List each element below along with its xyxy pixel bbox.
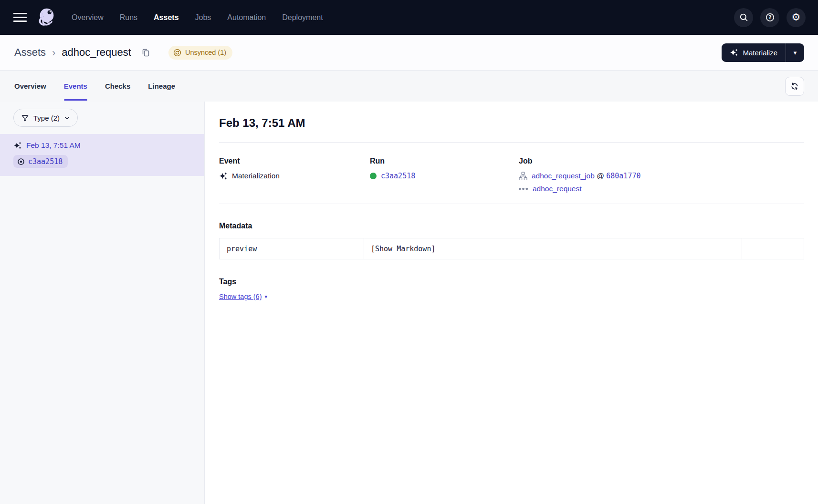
search-button[interactable] bbox=[734, 8, 753, 27]
event-column-label: Event bbox=[219, 156, 370, 166]
filter-funnel-icon bbox=[21, 114, 29, 122]
materialization-sparkle-icon bbox=[13, 141, 22, 150]
event-list-sidebar: Type (2) Feb 13, 7:51 AM c bbox=[0, 102, 205, 504]
copy-asset-name-button[interactable] bbox=[141, 48, 150, 57]
navbar-actions: ? ⚙ bbox=[734, 8, 806, 27]
show-tags-link[interactable]: Show tags (6) ▾ bbox=[219, 293, 267, 300]
event-detail-heading: Feb 13, 7:51 AM bbox=[219, 116, 804, 130]
gear-icon: ⚙ bbox=[792, 12, 801, 22]
tab-overview[interactable]: Overview bbox=[14, 71, 46, 102]
metadata-row: preview [Show Markdown] bbox=[220, 238, 804, 259]
job-link-line: adhoc_request_job @ 680a1770 bbox=[532, 172, 640, 180]
run-column-label: Run bbox=[370, 156, 519, 166]
page-header: Assets › adhoc_request Unsynced (1) M bbox=[0, 35, 818, 70]
search-icon bbox=[739, 13, 748, 22]
tags-section-title: Tags bbox=[219, 277, 804, 287]
content-area: Type (2) Feb 13, 7:51 AM c bbox=[0, 102, 818, 504]
divider bbox=[219, 204, 804, 204]
menu-icon[interactable] bbox=[12, 11, 28, 24]
breadcrumb-assets-link[interactable]: Assets bbox=[14, 46, 46, 59]
job-at-separator: @ bbox=[597, 172, 604, 180]
job-graph-icon bbox=[519, 172, 527, 180]
asset-key-row: adhoc_request bbox=[519, 185, 804, 193]
event-info-grid: Event Materialization Run c3aa2518 bbox=[219, 156, 804, 193]
job-version-link[interactable]: 680a1770 bbox=[606, 172, 640, 180]
run-id-link[interactable]: c3aa2518 bbox=[381, 172, 415, 180]
nav-item-runs[interactable]: Runs bbox=[120, 13, 137, 22]
asset-tabs: Overview Events Checks Lineage bbox=[0, 70, 818, 102]
materialize-button[interactable]: Materialize bbox=[722, 43, 786, 62]
event-timestamp-row: Feb 13, 7:51 AM bbox=[13, 141, 191, 150]
chevron-right-icon: › bbox=[52, 46, 55, 59]
event-type-value: Materialization bbox=[232, 172, 280, 180]
refresh-button[interactable] bbox=[785, 77, 804, 96]
primary-nav: Overview Runs Assets Jobs Automation Dep… bbox=[72, 13, 323, 22]
dagster-logo[interactable] bbox=[35, 7, 57, 29]
caret-down-icon: ▾ bbox=[264, 294, 267, 300]
tab-events[interactable]: Events bbox=[64, 71, 87, 102]
settings-button[interactable]: ⚙ bbox=[787, 8, 806, 27]
job-row: adhoc_request_job @ 680a1770 bbox=[519, 172, 804, 180]
materialize-button-label: Materialize bbox=[743, 49, 777, 57]
chevron-down-icon: ▾ bbox=[794, 49, 797, 56]
filter-row: Type (2) bbox=[0, 102, 204, 134]
sync-status-icon bbox=[173, 49, 181, 57]
materialization-sparkle-icon bbox=[219, 172, 228, 180]
breadcrumb: Assets › adhoc_request bbox=[14, 46, 150, 59]
divider bbox=[219, 142, 804, 143]
dagster-octopus-icon bbox=[35, 7, 57, 29]
nav-item-jobs[interactable]: Jobs bbox=[195, 13, 211, 22]
job-name-link[interactable]: adhoc_request_job bbox=[532, 172, 595, 180]
job-column-label: Job bbox=[519, 156, 804, 166]
type-filter-label: Type (2) bbox=[33, 114, 60, 122]
copy-icon bbox=[141, 48, 150, 57]
svg-text:?: ? bbox=[768, 14, 771, 20]
run-id-tag-label: c3aa2518 bbox=[28, 157, 63, 166]
metadata-empty-cell bbox=[742, 238, 804, 259]
event-type-row: Materialization bbox=[219, 172, 370, 180]
chevron-down-icon bbox=[64, 116, 70, 120]
unsynced-badge[interactable]: Unsynced (1) bbox=[168, 46, 232, 60]
event-timestamp: Feb 13, 7:51 AM bbox=[26, 141, 81, 150]
event-column: Event Materialization bbox=[219, 156, 370, 193]
job-column: Job adhoc_request_job @ 680a1770 bbox=[519, 156, 804, 193]
unsynced-badge-label: Unsynced (1) bbox=[185, 49, 226, 56]
top-navbar: Overview Runs Assets Jobs Automation Dep… bbox=[0, 0, 818, 35]
type-filter-button[interactable]: Type (2) bbox=[13, 109, 78, 127]
metadata-section-title: Metadata bbox=[219, 221, 804, 231]
refresh-icon bbox=[790, 82, 799, 91]
asset-key-link[interactable]: adhoc_request bbox=[533, 185, 582, 193]
nav-item-overview[interactable]: Overview bbox=[72, 13, 104, 22]
run-row: c3aa2518 bbox=[370, 172, 519, 180]
materialize-dropdown-button[interactable]: ▾ bbox=[786, 43, 804, 62]
run-id-tag[interactable]: c3aa2518 bbox=[13, 155, 68, 168]
page-title: adhoc_request bbox=[62, 46, 131, 59]
show-markdown-link[interactable]: [Show Markdown] bbox=[371, 245, 435, 253]
metadata-key-cell: preview bbox=[220, 238, 364, 259]
metadata-table: preview [Show Markdown] bbox=[219, 238, 804, 259]
event-detail-panel: Feb 13, 7:51 AM Event Materialization Ru… bbox=[205, 102, 818, 504]
run-status-icon bbox=[17, 158, 25, 165]
show-tags-label: Show tags (6) bbox=[219, 293, 262, 300]
materialize-split-button: Materialize ▾ bbox=[722, 43, 804, 62]
tab-checks[interactable]: Checks bbox=[105, 71, 130, 102]
run-column: Run c3aa2518 bbox=[370, 156, 519, 193]
tab-lineage[interactable]: Lineage bbox=[148, 71, 175, 102]
asset-key-icon bbox=[519, 187, 528, 191]
event-list-item-selected[interactable]: Feb 13, 7:51 AM c3aa2518 bbox=[0, 134, 204, 176]
metadata-value-cell: [Show Markdown] bbox=[364, 238, 742, 259]
nav-item-deployment[interactable]: Deployment bbox=[282, 13, 323, 22]
sparkle-icon bbox=[730, 48, 738, 57]
nav-item-assets[interactable]: Assets bbox=[154, 13, 178, 22]
run-success-dot-icon bbox=[370, 173, 377, 179]
nav-item-automation[interactable]: Automation bbox=[227, 13, 266, 22]
help-button[interactable]: ? bbox=[760, 8, 779, 27]
help-icon: ? bbox=[765, 12, 775, 22]
